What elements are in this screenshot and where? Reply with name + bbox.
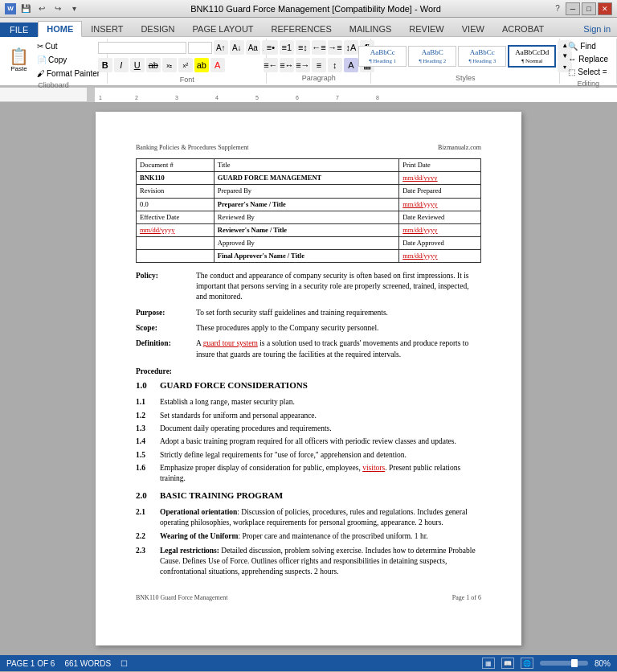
zoom-thumb[interactable] [571, 659, 578, 667]
cut-icon: ✂ [37, 42, 43, 51]
quick-redo-btn[interactable]: ↪ [51, 2, 64, 15]
format-painter-button[interactable]: 🖌Format Painter [35, 68, 102, 80]
decrease-font-button[interactable]: A↓ [230, 40, 244, 55]
tab-view[interactable]: VIEW [453, 21, 493, 37]
read-mode-view-button[interactable]: 📖 [501, 658, 514, 669]
sign-in-link[interactable]: Sign in [577, 22, 617, 36]
item-content: Document daily operating procedures and … [160, 424, 481, 434]
style-normal[interactable]: AaBbCcDd¶ Normal [508, 45, 556, 68]
shading-button[interactable]: A [344, 58, 358, 72]
replace-button[interactable]: ↔ Replace [565, 53, 611, 65]
zoom-level: 80% [595, 659, 611, 668]
copy-button[interactable]: 📄Copy [35, 54, 102, 66]
statusbar-right: ▦ 📖 🌐 80% [482, 658, 611, 669]
highlight-button[interactable]: ab [194, 58, 209, 72]
find-button[interactable]: 🔍 Find [565, 40, 599, 52]
line-spacing-button[interactable]: ↕ [328, 58, 342, 72]
font-name-input[interactable]: Times New Ro... [98, 42, 186, 54]
tab-references[interactable]: REFERENCES [263, 21, 341, 37]
titlebar-left: W 💾 ↩ ↪ ▾ [5, 2, 80, 15]
table-cell: mm/dd/yyyy [399, 172, 481, 185]
numbering-button[interactable]: ≡1 [280, 40, 294, 55]
item-number: 1.5 [136, 450, 160, 461]
table-cell: Prepared By [214, 185, 398, 198]
style-heading1[interactable]: AaBbCc¶ Heading 1 [358, 46, 407, 67]
bold-button[interactable]: B [98, 58, 112, 72]
tab-page-layout[interactable]: PAGE LAYOUT [184, 21, 263, 37]
tab-insert[interactable]: INSERT [82, 21, 132, 37]
document-info-table: Document # Title Print Date BNK110 GUARD… [136, 158, 481, 262]
document-area: Banking Policies & Procedures Supplement… [0, 102, 617, 655]
page-header: Banking Policies & Procedures Supplement… [136, 144, 481, 152]
zoom-slider[interactable] [540, 661, 588, 666]
item-content: Adopt a basic training program required … [160, 436, 481, 447]
definition-label: Definition: [136, 338, 196, 360]
list-item: 1.2Set standards for uniform and persona… [136, 411, 481, 421]
change-case-button[interactable]: Aa [246, 40, 260, 55]
item-content: Set standards for uniform and personal a… [160, 411, 481, 421]
item-text: : Proper care and maintenance of the pro… [238, 532, 427, 540]
cut-button[interactable]: ✂Cut [35, 40, 102, 52]
table-cell: BNK110 [137, 172, 215, 185]
visitors-link[interactable]: visitors [362, 464, 385, 472]
quick-more-btn[interactable]: ▾ [67, 2, 80, 15]
web-layout-view-button[interactable]: 🌐 [521, 658, 533, 669]
item-number: 1.2 [136, 411, 160, 421]
table-cell: mm/dd/yyyy [137, 223, 215, 236]
section2-header: 2.0 BASIC TRAINING PROGRAM [136, 490, 481, 504]
multilevel-button[interactable]: ≡↕ [296, 40, 310, 55]
align-center-button[interactable]: ≡↔ [280, 58, 294, 72]
tab-acrobat[interactable]: ACROBAT [493, 21, 553, 37]
decrease-indent-button[interactable]: ←≡ [312, 40, 326, 55]
tab-home[interactable]: HOME [38, 21, 82, 37]
definition-text-before: A [196, 339, 203, 347]
subscript-button[interactable]: x₂ [162, 58, 177, 72]
table-cell: Final Approver's Name / Title [214, 249, 398, 262]
help-button[interactable]: ? [551, 2, 564, 15]
tab-review[interactable]: REVIEW [400, 21, 452, 37]
definition-link[interactable]: guard tour system [203, 339, 258, 347]
table-cell: 0.0 [137, 198, 215, 211]
justify-button[interactable]: ≡ [312, 58, 326, 72]
header-right: Bizmanualz.com [438, 144, 481, 152]
table-cell: Preparer's Name / Title [214, 198, 398, 211]
paragraph-group: ≡• ≡1 ≡↕ ←≡ →≡ ↕A ¶ ≡← ≡↔ ≡→ ≡ ↕ A ▦ [267, 39, 371, 84]
paste-button[interactable]: 📋 Paste [5, 46, 33, 75]
restore-button[interactable]: □ [582, 2, 596, 15]
quick-undo-btn[interactable]: ↩ [35, 2, 48, 15]
font-size-input[interactable]: 12 [188, 42, 212, 54]
font-color-button[interactable]: A [210, 58, 225, 72]
quick-save-btn[interactable]: 💾 [19, 2, 32, 15]
item-content: Establish a long range, master security … [160, 397, 481, 408]
align-left-button[interactable]: ≡← [264, 58, 278, 72]
increase-indent-button[interactable]: →≡ [328, 40, 342, 55]
tab-file[interactable]: FILE [0, 23, 38, 37]
find-label: Find [580, 42, 595, 51]
scope-row: Scope: These procedures apply to the Com… [136, 323, 481, 334]
superscript-button[interactable]: x² [178, 58, 193, 72]
style-heading2[interactable]: AaBbC¶ Heading 2 [408, 46, 456, 67]
minimize-button[interactable]: ─ [566, 2, 580, 15]
format-painter-icon: 🖌 [37, 69, 45, 78]
tab-mailings[interactable]: MAILINGS [341, 21, 401, 37]
procedure-section: Procedure: 1.0 GUARD FORCE CONSIDERATION… [136, 367, 481, 578]
select-button[interactable]: ⬚ Select = [565, 66, 610, 78]
title-bar: W 💾 ↩ ↪ ▾ BNK110 Guard Force Management … [0, 0, 617, 18]
item-label: Operational orientation [160, 508, 237, 516]
bullets-button[interactable]: ≡• [264, 40, 278, 55]
definition-content: A guard tour system is a solution used t… [196, 338, 481, 360]
tab-design[interactable]: DESIGN [132, 21, 183, 37]
item-number: 1.1 [136, 397, 160, 408]
align-right-button[interactable]: ≡→ [296, 58, 310, 72]
strikethrough-button[interactable]: ab [146, 58, 161, 72]
style-heading3[interactable]: AaBbCc¶ Heading 3 [458, 46, 506, 67]
increase-font-button[interactable]: A↑ [214, 40, 228, 55]
item-label: Wearing of the Uniform [160, 532, 238, 540]
sort-button[interactable]: ↕A [344, 40, 358, 55]
underline-button[interactable]: U [130, 58, 145, 72]
italic-button[interactable]: I [114, 58, 129, 72]
policy-row: Policy: The conduct and appearance of co… [136, 271, 481, 303]
item-content: Strictly define legal requirements for "… [160, 450, 481, 461]
close-button[interactable]: ✕ [598, 2, 612, 15]
print-layout-view-button[interactable]: ▦ [482, 658, 495, 669]
